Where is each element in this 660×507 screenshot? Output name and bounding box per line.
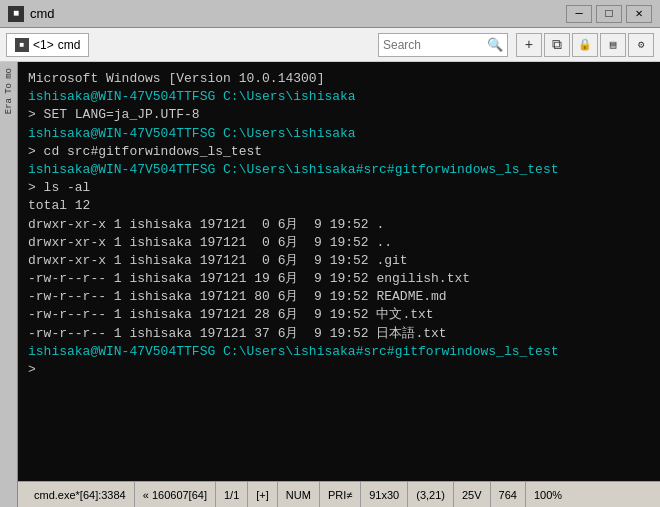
window-title: cmd bbox=[30, 6, 55, 21]
layout-button[interactable]: ▤ bbox=[600, 33, 626, 57]
terminal-line: > SET LANG=ja_JP.UTF-8 bbox=[28, 106, 650, 124]
tab-title: cmd bbox=[58, 38, 81, 52]
search-input[interactable] bbox=[383, 38, 483, 52]
status-zoom: 100% bbox=[526, 482, 570, 507]
terminal-output[interactable]: Microsoft Windows [Version 10.0.14300]is… bbox=[18, 62, 660, 481]
status-pri: PRI≠ bbox=[320, 482, 361, 507]
left-sidebar-strip: mo To Era bbox=[0, 62, 18, 507]
status-mode: [+] bbox=[248, 482, 278, 507]
terminal-line: drwxr-xr-x 1 ishisaka 197121 0 6月 9 19:5… bbox=[28, 252, 650, 270]
left-strip-label-2: To bbox=[4, 83, 14, 94]
cmd-tab[interactable]: ■ <1> cmd bbox=[6, 33, 89, 57]
maximize-button[interactable]: □ bbox=[596, 5, 622, 23]
terminal-line: ishisaka@WIN-47V504TTFSG C:\Users\ishisa… bbox=[28, 125, 650, 143]
terminal-line: > cd src#gitforwindows_ls_test bbox=[28, 143, 650, 161]
left-strip-label-1: mo bbox=[4, 68, 14, 79]
main-layout: mo To Era Microsoft Windows [Version 10.… bbox=[0, 62, 660, 507]
terminal-line: -rw-r--r-- 1 ishisaka 197121 19 6月 9 19:… bbox=[28, 270, 650, 288]
title-bar: ■ cmd ─ □ ✕ bbox=[0, 0, 660, 28]
terminal-line: drwxr-xr-x 1 ishisaka 197121 0 6月 9 19:5… bbox=[28, 234, 650, 252]
terminal-line: -rw-r--r-- 1 ishisaka 197121 80 6月 9 19:… bbox=[28, 288, 650, 306]
toolbar-buttons: + ⧉ 🔒 ▤ ⚙ bbox=[516, 33, 654, 57]
window-controls: ─ □ ✕ bbox=[566, 5, 652, 23]
tab-icon: ■ bbox=[15, 38, 29, 52]
status-size: 91x30 bbox=[361, 482, 408, 507]
title-bar-left: ■ cmd bbox=[8, 6, 55, 22]
status-bar: cmd.exe*[64]:3384 « 160607[64] 1/1 [+] N… bbox=[18, 481, 660, 507]
view-button[interactable]: ⧉ bbox=[544, 33, 570, 57]
terminal-line: drwxr-xr-x 1 ishisaka 197121 0 6月 9 19:5… bbox=[28, 216, 650, 234]
status-cursor: (3,21) bbox=[408, 482, 454, 507]
terminal-line: -rw-r--r-- 1 ishisaka 197121 37 6月 9 19:… bbox=[28, 325, 650, 343]
status-num: NUM bbox=[278, 482, 320, 507]
left-strip-label-3: Era bbox=[4, 98, 14, 114]
terminal-line: Microsoft Windows [Version 10.0.14300] bbox=[28, 70, 650, 88]
add-tab-button[interactable]: + bbox=[516, 33, 542, 57]
toolbar: ■ <1> cmd 🔍 + ⧉ 🔒 ▤ ⚙ bbox=[0, 28, 660, 62]
terminal-line: total 12 bbox=[28, 197, 650, 215]
app-icon: ■ bbox=[8, 6, 24, 22]
status-process: cmd.exe*[64]:3384 bbox=[26, 482, 135, 507]
terminal-line: -rw-r--r-- 1 ishisaka 197121 28 6月 9 19:… bbox=[28, 306, 650, 324]
lock-button[interactable]: 🔒 bbox=[572, 33, 598, 57]
status-page: 1/1 bbox=[216, 482, 248, 507]
tab-number: <1> bbox=[33, 38, 54, 52]
minimize-button[interactable]: ─ bbox=[566, 5, 592, 23]
status-voltage: 25V bbox=[454, 482, 491, 507]
search-box[interactable]: 🔍 bbox=[378, 33, 508, 57]
terminal-line: ishisaka@WIN-47V504TTFSG C:\Users\ishisa… bbox=[28, 161, 650, 179]
close-button[interactable]: ✕ bbox=[626, 5, 652, 23]
terminal-line: ishisaka@WIN-47V504TTFSG C:\Users\ishisa… bbox=[28, 88, 650, 106]
settings-button[interactable]: ⚙ bbox=[628, 33, 654, 57]
terminal-line: > bbox=[28, 361, 650, 379]
status-col: 764 bbox=[491, 482, 526, 507]
terminal-line: > ls -al bbox=[28, 179, 650, 197]
terminal-line: ishisaka@WIN-47V504TTFSG C:\Users\ishisa… bbox=[28, 343, 650, 361]
search-icon: 🔍 bbox=[487, 37, 503, 53]
status-position: « 160607[64] bbox=[135, 482, 216, 507]
tab-area: ■ <1> cmd bbox=[6, 33, 89, 57]
main-content: Microsoft Windows [Version 10.0.14300]is… bbox=[18, 62, 660, 507]
